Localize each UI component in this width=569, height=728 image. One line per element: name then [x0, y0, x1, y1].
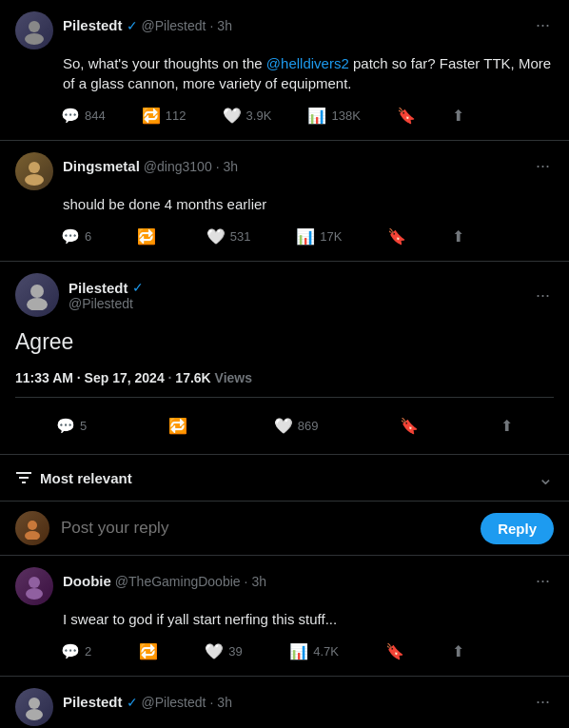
- tweet-username: Doobie: [63, 573, 111, 589]
- like-count: 39: [228, 644, 242, 659]
- views-icon: 📊: [289, 642, 308, 660]
- reply-button[interactable]: Reply: [481, 513, 554, 544]
- svg-point-3: [25, 174, 44, 186]
- comment-action[interactable]: 💬 2: [53, 639, 99, 664]
- comment-icon: 💬: [61, 227, 80, 246]
- heart-icon: 🤍: [274, 417, 293, 435]
- like-action[interactable]: 🤍 3.9K: [215, 103, 280, 128]
- tweet-body: should be done 4 months earlier: [15, 194, 554, 214]
- comment-count: 5: [80, 419, 87, 433]
- filter-icon: [15, 469, 32, 486]
- like-action[interactable]: 🤍 531: [199, 224, 259, 249]
- tweet-handle: @Pilestedt: [142, 18, 206, 33]
- comment-action[interactable]: 💬 6: [53, 224, 99, 249]
- sort-bar[interactable]: Most relevant ⌄: [0, 455, 569, 502]
- reply-input[interactable]: [61, 519, 469, 538]
- chevron-down-icon: ⌄: [538, 466, 554, 489]
- main-tweet-timestamp: 11:33 AM · Sep 17, 2024 · 17.6K Views: [15, 370, 554, 398]
- like-count: 869: [298, 419, 319, 433]
- avatar: [15, 273, 59, 317]
- like-count: 3.9K: [246, 108, 272, 123]
- more-options-icon[interactable]: ···: [532, 567, 554, 595]
- views-action[interactable]: 📊 138K: [300, 103, 367, 128]
- share-action[interactable]: ⬆: [444, 639, 472, 664]
- retweet-action[interactable]: 🔁 112: [134, 103, 194, 128]
- comment-icon: 💬: [61, 642, 80, 660]
- retweet-action[interactable]: 🔁: [129, 224, 168, 249]
- reply-input-row: Reply: [0, 502, 569, 556]
- more-options-icon[interactable]: ···: [532, 282, 554, 309]
- tweet-dingsmetal: Dingsmetal @ding3100 · 3h ··· should be …: [0, 141, 569, 262]
- more-options-icon[interactable]: ···: [532, 152, 554, 180]
- verified-badge: ✓: [127, 695, 138, 710]
- svg-point-14: [26, 709, 43, 720]
- comment-count: 6: [85, 229, 91, 244]
- svg-point-11: [29, 577, 40, 588]
- avatar: [15, 152, 53, 190]
- comment-doobie: Doobie @TheGamingDoobie · 3h ··· I swear…: [0, 556, 569, 677]
- avatar: [15, 567, 53, 605]
- views-count: 138K: [331, 108, 360, 123]
- bookmark-icon: 🔖: [397, 107, 416, 125]
- main-tweet-user: Pilestedt ✓ @Pilestedt: [15, 273, 144, 317]
- main-tweet: Pilestedt ✓ @Pilestedt ··· Agree 11:33 A…: [0, 262, 569, 455]
- comment-count: 2: [85, 644, 91, 659]
- share-action[interactable]: ⬆: [444, 224, 472, 249]
- like-count: 531: [230, 229, 251, 244]
- tweet-handle: @ding3100: [144, 159, 212, 174]
- bookmark-icon: 🔖: [387, 227, 406, 246]
- bookmark-icon: 🔖: [385, 642, 404, 660]
- bookmark-action[interactable]: 🔖: [392, 413, 426, 439]
- bookmark-icon: 🔖: [400, 417, 419, 435]
- heart-icon: 🤍: [205, 642, 224, 660]
- tweet-username: Pilestedt: [63, 17, 123, 33]
- svg-point-0: [29, 21, 40, 32]
- retweet-icon: 🔁: [139, 642, 158, 660]
- more-options-icon[interactable]: ···: [532, 11, 554, 39]
- share-action[interactable]: ⬆: [444, 103, 472, 128]
- tweet-actions: 💬 6 🔁 🤍 531 📊 17K 🔖 ⬆: [15, 224, 472, 249]
- retweet-icon: 🔁: [137, 227, 156, 246]
- retweet-icon: 🔁: [142, 107, 161, 125]
- avatar: [15, 11, 53, 49]
- main-tweet-body: Agree: [15, 326, 554, 357]
- share-icon: ⬆: [500, 417, 513, 435]
- main-tweet-username: Pilestedt: [69, 280, 128, 296]
- share-action[interactable]: ⬆: [493, 413, 520, 439]
- retweet-action[interactable]: 🔁: [161, 413, 200, 439]
- tweet-time: 3h: [217, 18, 232, 33]
- comment-action[interactable]: 💬 844: [53, 103, 113, 128]
- tweet-username: Pilestedt: [63, 694, 123, 710]
- comment-action[interactable]: 💬 5: [49, 413, 94, 439]
- like-action[interactable]: 🤍 869: [266, 413, 326, 439]
- comment-icon: 💬: [61, 107, 80, 125]
- comment-pilestedt: Pilestedt ✓ @Pilestedt · 3h ··· Agree. E…: [0, 677, 569, 728]
- tweet-time: 3h: [217, 695, 232, 710]
- svg-point-1: [25, 33, 44, 45]
- heart-icon: 🤍: [206, 227, 226, 246]
- mention-helldivers[interactable]: @helldivers2: [266, 55, 349, 71]
- tweet-actions: 💬 844 🔁 112 🤍 3.9K 📊 138K 🔖 ⬆: [15, 103, 472, 128]
- svg-point-13: [29, 698, 40, 709]
- sort-label: Most relevant: [15, 469, 132, 486]
- bookmark-action[interactable]: 🔖: [380, 224, 414, 249]
- views-action[interactable]: 📊 4.7K: [282, 639, 346, 664]
- svg-point-4: [30, 285, 44, 298]
- retweet-count: 112: [166, 108, 186, 123]
- main-tweet-actions: 💬 5 🔁 🤍 869 🔖 ⬆: [15, 409, 554, 443]
- share-icon: ⬆: [452, 227, 464, 246]
- comment-count: 844: [85, 108, 106, 123]
- like-action[interactable]: 🤍 39: [197, 639, 249, 664]
- views-action[interactable]: 📊 17K: [288, 224, 349, 249]
- tweet-time: 3h: [251, 574, 266, 589]
- more-options-icon[interactable]: ···: [532, 688, 554, 716]
- bookmark-action[interactable]: 🔖: [389, 103, 423, 128]
- svg-point-9: [28, 521, 37, 530]
- retweet-action[interactable]: 🔁: [131, 639, 166, 664]
- bookmark-action[interactable]: 🔖: [378, 639, 412, 664]
- views-icon: 📊: [296, 227, 315, 246]
- views-icon: 📊: [307, 107, 326, 125]
- svg-point-10: [25, 531, 40, 540]
- verified-badge: ✓: [132, 280, 144, 295]
- tweet-handle: @Pilestedt: [142, 695, 206, 710]
